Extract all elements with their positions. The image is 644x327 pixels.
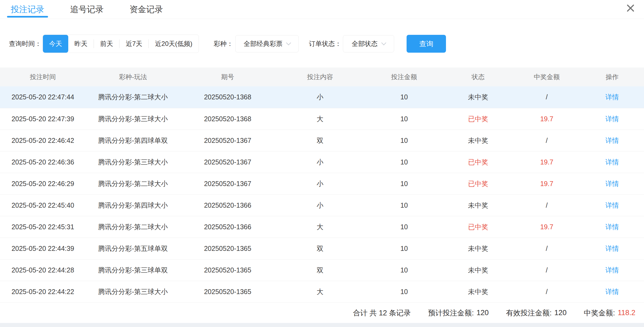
detail-link[interactable]: 详情	[605, 201, 619, 209]
status-cell: 未中奖	[443, 194, 513, 216]
time-option-today[interactable]: 今天	[43, 35, 68, 53]
tab-bar: 投注记录追号记录资金记录	[0, 0, 644, 19]
chevron-down-icon	[286, 40, 291, 45]
detail-link[interactable]: 详情	[605, 245, 619, 252]
time-option-last-20-days[interactable]: 近20天(低频)	[149, 35, 199, 53]
status-cell: 未中奖	[443, 281, 513, 302]
game-cell: 腾讯分分彩-第四球单双	[86, 130, 180, 151]
time-cell: 2025-05-20 22:46:29	[0, 173, 86, 194]
column-header: 投注金额	[365, 68, 443, 86]
time-option-last-7-days[interactable]: 近7天	[120, 35, 148, 53]
amount-cell: 10	[365, 86, 443, 108]
column-header: 期号	[180, 68, 275, 86]
valid-bet-amount: 有效投注金额: 120	[506, 308, 567, 318]
status-cell: 已中奖	[443, 216, 513, 238]
issue-cell: 20250520-1365	[180, 281, 275, 302]
status-cell: 未中奖	[443, 86, 513, 108]
expected-bet-amount: 预计投注金额: 120	[428, 308, 489, 318]
table-row: 2025-05-20 22:46:42腾讯分分彩-第四球单双20250520-1…	[0, 130, 644, 151]
lottery-filter-label: 彩种：	[214, 39, 233, 48]
detail-link[interactable]: 详情	[605, 93, 619, 101]
table-row: 2025-05-20 22:44:28腾讯分分彩-第三球单双20250520-1…	[0, 259, 644, 281]
prize-cell: /	[513, 281, 580, 302]
action-cell: 详情	[580, 238, 644, 259]
amount-cell: 10	[365, 194, 443, 216]
filter-bar: 查询时间： 今天昨天前天近7天近20天(低频) 彩种： 全部经典彩票 订单状态：…	[0, 35, 644, 53]
status-cell: 已中奖	[443, 173, 513, 194]
content-cell: 小	[275, 86, 365, 108]
table-body: 2025-05-20 22:47:44腾讯分分彩-第二球大小20250520-1…	[0, 86, 644, 302]
content-cell: 大	[275, 281, 365, 302]
column-header: 投注时间	[0, 68, 86, 86]
status-cell: 未中奖	[443, 130, 513, 151]
game-cell: 腾讯分分彩-第二球大小	[86, 216, 180, 238]
column-header: 操作	[580, 68, 644, 86]
detail-link[interactable]: 详情	[605, 137, 619, 144]
prize-cell: 19.7	[513, 173, 580, 194]
column-header: 彩种-玩法	[86, 68, 180, 86]
game-cell: 腾讯分分彩-第三球大小	[86, 151, 180, 173]
tab-funds-records[interactable]: 资金记录	[129, 0, 163, 19]
detail-link[interactable]: 详情	[605, 288, 619, 295]
content-cell: 大	[275, 216, 365, 238]
game-cell: 腾讯分分彩-第三球大小	[86, 108, 180, 130]
table-row: 2025-05-20 22:44:22腾讯分分彩-第三球大小20250520-1…	[0, 281, 644, 302]
time-cell: 2025-05-20 22:44:28	[0, 259, 86, 281]
content-cell: 小	[275, 194, 365, 216]
issue-cell: 20250520-1367	[180, 173, 275, 194]
lottery-select[interactable]: 全部经典彩票	[235, 35, 299, 52]
time-range-group: 今天昨天前天近7天近20天(低频)	[43, 35, 199, 53]
bet-records-table: 投注时间彩种-玩法期号投注内容投注金额状态中奖金额操作 2025-05-20 2…	[0, 68, 644, 303]
game-cell: 腾讯分分彩-第二球大小	[86, 173, 180, 194]
table-header-row: 投注时间彩种-玩法期号投注内容投注金额状态中奖金额操作	[0, 68, 644, 86]
content-cell: 小	[275, 151, 365, 173]
issue-cell: 20250520-1366	[180, 194, 275, 216]
amount-cell: 10	[365, 281, 443, 302]
summary-bar: 合计 共 12 条记录 预计投注金额: 120 有效投注金额: 120 中奖金额…	[0, 303, 644, 323]
time-option-day-before[interactable]: 前天	[94, 35, 119, 53]
detail-link[interactable]: 详情	[605, 158, 619, 166]
prize-cell: /	[513, 238, 580, 259]
amount-cell: 10	[365, 173, 443, 194]
detail-link[interactable]: 详情	[605, 266, 619, 274]
issue-cell: 20250520-1365	[180, 259, 275, 281]
close-icon	[626, 3, 635, 14]
bottom-strip	[0, 323, 644, 327]
order-status-select[interactable]: 全部状态	[343, 35, 394, 52]
game-cell: 腾讯分分彩-第四球大小	[86, 194, 180, 216]
time-option-yesterday[interactable]: 昨天	[68, 35, 94, 53]
amount-cell: 10	[365, 151, 443, 173]
issue-cell: 20250520-1366	[180, 216, 275, 238]
detail-link[interactable]: 详情	[605, 180, 619, 187]
tab-chase-records[interactable]: 追号记录	[70, 0, 104, 19]
action-cell: 详情	[580, 173, 644, 194]
action-cell: 详情	[580, 281, 644, 302]
status-cell: 未中奖	[443, 259, 513, 281]
amount-cell: 10	[365, 238, 443, 259]
game-cell: 腾讯分分彩-第五球单双	[86, 238, 180, 259]
total-prize-amount: 中奖金额: 118.2	[584, 308, 635, 318]
status-cell: 已中奖	[443, 108, 513, 130]
table-row: 2025-05-20 22:45:40腾讯分分彩-第四球大小20250520-1…	[0, 194, 644, 216]
issue-cell: 20250520-1367	[180, 130, 275, 151]
time-cell: 2025-05-20 22:47:44	[0, 86, 86, 108]
time-filter-label: 查询时间：	[9, 39, 41, 48]
search-button[interactable]: 查询	[407, 35, 446, 53]
order-status-filter-label: 订单状态：	[309, 39, 341, 48]
prize-cell: /	[513, 130, 580, 151]
tab-betting-records[interactable]: 投注记录	[10, 0, 45, 19]
time-cell: 2025-05-20 22:45:40	[0, 194, 86, 216]
detail-link[interactable]: 详情	[605, 115, 619, 123]
prize-cell: /	[513, 259, 580, 281]
detail-link[interactable]: 详情	[605, 223, 619, 231]
table-row: 2025-05-20 22:47:44腾讯分分彩-第二球大小20250520-1…	[0, 86, 644, 108]
issue-cell: 20250520-1367	[180, 151, 275, 173]
content-cell: 小	[275, 173, 365, 194]
amount-cell: 10	[365, 108, 443, 130]
prize-cell: 19.7	[513, 216, 580, 238]
time-cell: 2025-05-20 22:46:36	[0, 151, 86, 173]
time-cell: 2025-05-20 22:46:42	[0, 130, 86, 151]
table-row: 2025-05-20 22:44:39腾讯分分彩-第五球单双20250520-1…	[0, 238, 644, 259]
close-button[interactable]	[625, 3, 636, 14]
action-cell: 详情	[580, 86, 644, 108]
